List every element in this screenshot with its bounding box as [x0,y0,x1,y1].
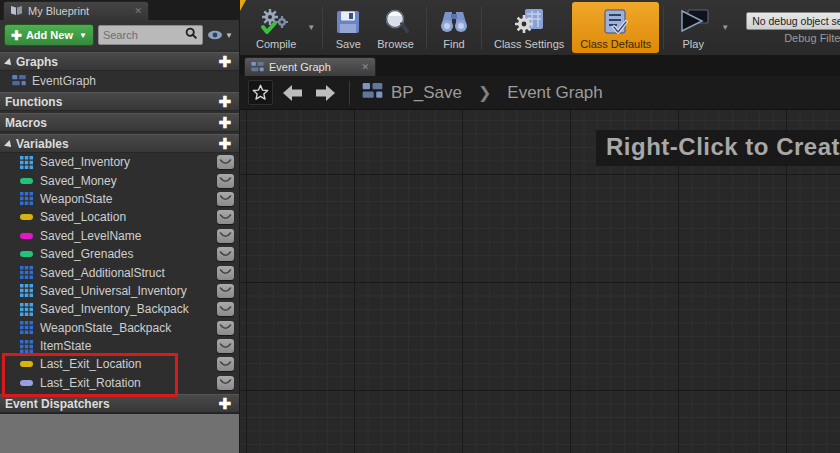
play-button[interactable]: Play [668,2,718,53]
add-event-dispatcher-button[interactable]: ✚ [215,397,234,411]
debug-object-dropdown-value: No debug object selected [752,15,840,27]
save-button[interactable]: Save [327,2,369,53]
variable-name: Saved_Inventory_Backpack [40,302,210,316]
variables-list: Saved_InventorySaved_MoneyWeaponStateSav… [0,153,239,392]
my-blueprint-panel: My Blueprint ✕ ✚ Add New ▼ ▼ [0,0,240,453]
magnifier-icon [382,7,410,37]
main-toolbar: Compile ▼ Save Browse Fi [240,0,840,56]
breadcrumb-current[interactable]: Event Graph [507,83,602,103]
floppy-disk-icon [335,7,361,37]
variable-closed-eye-button[interactable] [217,357,234,371]
variable-closed-eye-button[interactable] [217,210,234,224]
variable-closed-eye-button[interactable] [217,321,234,335]
variable-type-pill-icon [20,358,33,371]
variable-row[interactable]: Saved_Universal_Inventory [0,282,239,300]
bookmark-star-button[interactable] [248,80,273,105]
variable-row[interactable]: Saved_Inventory [0,153,239,171]
variable-row[interactable]: Last_Exit_Location [0,355,239,373]
variable-closed-eye-button[interactable] [217,376,234,390]
variable-closed-eye-button[interactable] [217,339,234,353]
arrow-left-icon [283,85,303,101]
play-options-caret[interactable]: ▼ [718,23,732,32]
gear-window-icon [513,7,545,37]
variable-type-grid-icon [20,192,33,205]
blueprint-graph-icon [362,83,383,103]
variable-closed-eye-button[interactable] [217,192,234,206]
variable-name: Last_Exit_Rotation [40,376,210,390]
class-settings-label: Class Settings [494,38,564,50]
find-label: Find [443,38,464,50]
section-macros[interactable]: Macros ✚ [0,113,239,132]
blueprint-graph-icon [12,72,26,90]
variable-row[interactable]: Saved_Inventory_Backpack [0,300,239,318]
forward-arrow-button[interactable] [313,81,337,105]
class-defaults-button[interactable]: Class Defaults [572,2,659,53]
section-graphs[interactable]: Graphs ✚ [0,52,239,71]
add-new-label: Add New [26,29,73,41]
section-event-dispatchers[interactable]: Event Dispatchers ✚ [0,394,239,413]
add-new-button[interactable]: ✚ Add New ▼ [4,24,94,46]
plus-icon: ✚ [11,28,22,43]
variable-row[interactable]: Saved_Location [0,208,239,226]
section-variables[interactable]: Variables ✚ [0,134,239,153]
section-graphs-label: Graphs [16,55,215,69]
variable-closed-eye-button[interactable] [217,174,234,188]
class-settings-button[interactable]: Class Settings [486,2,572,53]
breadcrumb-bar: BP_Save ❯ Event Graph [240,76,840,110]
book-icon [10,2,23,20]
search-box[interactable] [98,25,203,45]
section-functions-label: Functions [5,95,215,109]
compile-options-caret[interactable]: ▼ [304,23,318,32]
breadcrumb-root[interactable]: BP_Save [391,83,462,103]
close-icon[interactable]: ✕ [361,62,369,72]
variable-closed-eye-button[interactable] [217,266,234,280]
variable-closed-eye-button[interactable] [217,229,234,243]
variable-closed-eye-button[interactable] [217,284,234,298]
compile-button[interactable]: Compile [248,2,304,53]
variable-closed-eye-button[interactable] [217,247,234,261]
variable-row[interactable]: WeaponState [0,190,239,208]
back-arrow-button[interactable] [281,81,305,105]
blueprint-graph-icon [251,58,264,76]
browse-button[interactable]: Browse [369,2,422,53]
toolbar-separator [481,6,482,49]
variable-type-grid-icon [20,321,33,334]
add-macro-button[interactable]: ✚ [215,116,234,130]
blueprint-editor-window: My Blueprint ✕ ✚ Add New ▼ ▼ [0,0,840,453]
my-blueprint-body: Graphs ✚ EventGraph Functions ✚ Macros ✚… [0,50,239,453]
debug-object-dropdown[interactable]: No debug object selected [746,12,840,30]
eventgraph-label: EventGraph [32,74,96,88]
variable-row[interactable]: Saved_Money [0,171,239,189]
close-icon[interactable]: ✕ [134,6,142,16]
event-graph-canvas[interactable]: Right-Click to Create [240,110,840,453]
search-input[interactable] [103,29,185,41]
chevron-down-icon: ▼ [225,31,233,40]
section-functions[interactable]: Functions ✚ [0,92,239,111]
panel-empty-area [0,413,239,453]
add-graph-button[interactable]: ✚ [215,55,234,69]
variable-row[interactable]: WeaponState_Backpack [0,319,239,337]
variable-name: WeaponState [40,192,210,206]
tab-event-graph-label: Event Graph [269,61,356,73]
variable-row[interactable]: Last_Exit_Rotation [0,374,239,392]
add-variable-button[interactable]: ✚ [215,137,234,151]
tab-event-graph[interactable]: Event Graph ✕ [244,57,376,76]
toolbar-separator [322,6,323,49]
tab-my-blueprint[interactable]: My Blueprint ✕ [3,1,149,20]
compile-gears-icon [259,7,293,37]
variable-row[interactable]: Saved_LevelName [0,227,239,245]
variable-row[interactable]: ItemState [0,337,239,355]
list-item-eventgraph[interactable]: EventGraph [0,71,239,90]
variable-name: ItemState [40,339,210,353]
debug-filter-group: No debug object selected Debug Filter [746,2,840,53]
variable-closed-eye-button[interactable] [217,155,234,169]
variable-row[interactable]: Saved_Grenades [0,245,239,263]
section-event-dispatchers-label: Event Dispatchers [5,397,215,411]
visibility-filter-button[interactable]: ▼ [207,26,235,44]
variable-name: Saved_Location [40,210,210,224]
add-function-button[interactable]: ✚ [215,95,234,109]
expand-triangle-icon [4,140,14,150]
variable-row[interactable]: Saved_AdditionalStruct [0,263,239,281]
variable-closed-eye-button[interactable] [217,302,234,316]
find-button[interactable]: Find [431,2,477,53]
